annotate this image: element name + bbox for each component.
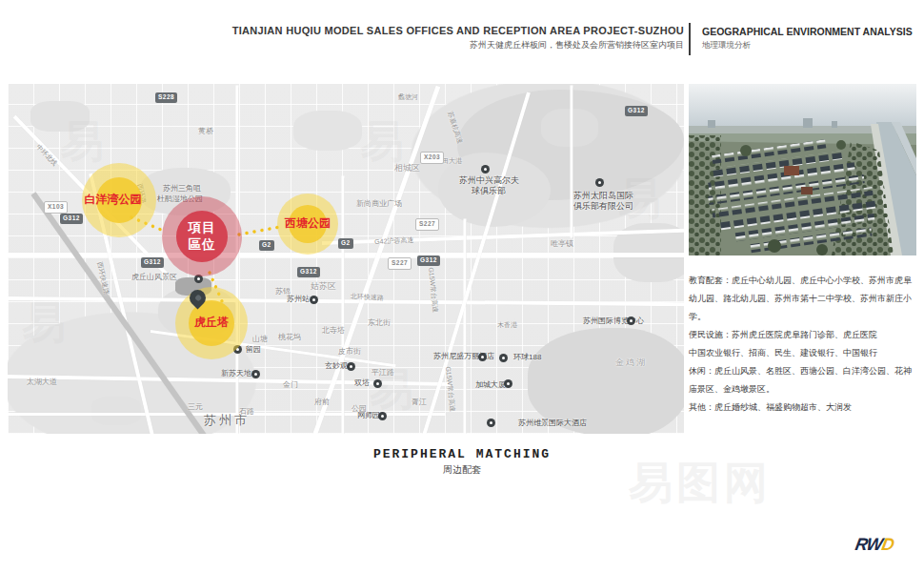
map-label: 公园 — [352, 405, 367, 413]
road-badge-x103: X103 — [44, 201, 68, 214]
highlight-label: 虎丘塔 — [175, 316, 248, 331]
road-badge-g312: G312 — [60, 214, 83, 224]
poi-pin-icon — [378, 412, 387, 420]
highlight-huqiu-tower: 虎丘塔 — [175, 287, 248, 359]
map-label: 相城区 — [394, 164, 420, 173]
map-label: 三元 — [188, 403, 203, 411]
amenities-leisure: 休闲：虎丘山风景、名胜区、西塘公园、白洋湾公园、花神庙景区、金鸡墩景区。 — [689, 362, 916, 398]
map-label: 木香港 — [497, 321, 517, 328]
poi-pin-icon — [478, 353, 487, 361]
map-label: 俱乐部有限公司 — [573, 202, 633, 211]
poi-pin-icon — [310, 296, 318, 304]
poi-pin-icon — [373, 379, 382, 388]
map-label: 玄妙观 — [325, 362, 348, 370]
highlight-xitang-park: 西塘公园 — [277, 194, 338, 255]
map-label: 新苏天地 — [221, 370, 251, 378]
map-label: 加城大厦 — [475, 381, 506, 389]
page-subtitle: 苏州天健虎丘样板间，售楼处及会所营销接待区室内项目 — [0, 39, 684, 51]
route-dotted-line — [239, 227, 280, 235]
map-label: 胥江 — [412, 398, 427, 406]
poi-pin-icon — [499, 354, 508, 362]
road-line — [464, 219, 467, 435]
header: TIANJIAN HUQIU MODEL SALES OFFICES AND R… — [0, 25, 684, 51]
road-badge-g312: G312 — [625, 106, 648, 116]
map-label: 苏州维景国际大酒店 — [518, 419, 587, 427]
amenities-banks: 中国农业银行、招商、民生、建设银行、中国银行 — [689, 344, 916, 362]
road-badge-x203: X203 — [420, 152, 444, 164]
poi-pin-icon — [627, 317, 635, 325]
map-label: 双塔 — [354, 379, 370, 387]
rwd-logo-gold-letter: D — [880, 535, 895, 554]
map-label: 苏州站 — [287, 296, 310, 303]
map-label: 桃花坞 — [278, 334, 301, 341]
rwd-logo-dark-letters: RW — [854, 535, 884, 554]
map-label: 金鸡湖 — [615, 358, 647, 367]
highlight-project-location: 項目 區位 — [162, 196, 242, 276]
map-label: 姑苏区 — [311, 282, 336, 291]
map-area-patch — [91, 397, 141, 425]
road-line — [571, 86, 573, 238]
map-label: 苏州中兴高尔夫 — [459, 176, 519, 185]
highlight-baiyangwan-park: 白洋湾公园 — [82, 163, 156, 237]
footer-subtitle: 周边配套 — [0, 463, 924, 477]
amenities-education: 教育配套：虎丘中心幼儿园、虎丘中心小学校、苏州市虎阜幼儿园、路北幼儿园、苏州市第… — [689, 272, 916, 326]
map-label: 唯亭镇 — [551, 240, 573, 248]
poi-pin-icon — [481, 165, 490, 174]
poi-pin-icon — [347, 362, 355, 371]
map-label: 留园 — [246, 346, 261, 354]
highlight-label: 項目 區位 — [162, 219, 242, 253]
amenities-other: 其他：虎丘婚纱城、福盛购物超市、大润发 — [689, 398, 916, 417]
road-badge-g312: G312 — [417, 255, 440, 266]
amenities-text: 教育配套：虎丘中心幼儿园、虎丘中心小学校、苏州市虎阜幼儿园、路北幼儿园、苏州市第… — [689, 272, 916, 417]
right-panel: 教育配套：虎丘中心幼儿园、虎丘中心小学校、苏州市虎阜幼儿园、路北幼儿园、苏州市第… — [689, 84, 916, 417]
section-header: GEOGRAPHICAL ENVIRONMENT ANALYSIS 地理環境分析 — [702, 26, 913, 51]
rwd-logo: RWD — [854, 535, 894, 555]
page-title: TIANJIAN HUQIU MODEL SALES OFFICES AND R… — [0, 25, 684, 36]
watermark-glyph: 易 — [60, 112, 104, 172]
road-badge-g312: G312 — [297, 267, 320, 277]
map-label: 太湖大道 — [27, 378, 57, 386]
map-label: 虎丘山风景区 — [131, 274, 177, 281]
map-label: 东北街 — [368, 319, 391, 327]
map-label: 田大港 — [442, 157, 462, 164]
highlight-label: 西塘公园 — [277, 216, 338, 232]
highlight-label: 白洋湾公园 — [70, 193, 156, 208]
map-label: 山塘 — [252, 336, 268, 343]
poi-pin-icon — [504, 379, 512, 388]
map-label: 北寺塔 — [322, 327, 345, 335]
road-badge-s228: S228 — [155, 92, 177, 103]
map-label: 平江路 — [372, 369, 394, 377]
road-badge-s227: S227 — [415, 218, 439, 231]
map-label: 皮市街 — [338, 348, 361, 356]
map-label: 网师园 — [357, 412, 380, 419]
map-label: 苏州太阳岛国际 — [573, 192, 633, 200]
map-label: G15W常台高速 — [428, 267, 439, 313]
map-label: 新尚商业广场 — [356, 200, 402, 208]
aerial-rendering — [689, 84, 916, 255]
map-label: 府前 — [314, 398, 330, 406]
map-label: 苏州三角咀 — [163, 185, 201, 193]
poi-pin-icon — [487, 419, 495, 427]
amenities-convenience: 便民设施：苏州虎丘医院虎阜路门诊部、虎丘医院 — [689, 326, 916, 344]
section-title: GEOGRAPHICAL ENVIRONMENT ANALYSIS — [702, 26, 913, 37]
map-label: 黄桥 — [198, 128, 213, 135]
map-label: G15W常台高速 — [445, 366, 456, 412]
footer-title: PERIPHERAL MATCHING — [0, 447, 924, 461]
map-label: 球俱乐部 — [472, 187, 506, 195]
road-line — [236, 86, 239, 435]
map-label: 金门 — [283, 381, 298, 389]
map-label: 蠡塘河 — [398, 93, 418, 100]
poi-pin-icon — [251, 370, 260, 378]
road-badge-g2: G2 — [338, 238, 353, 249]
header-divider — [689, 23, 691, 55]
poi-pin-icon — [595, 178, 604, 187]
section-subtitle: 地理環境分析 — [702, 40, 913, 51]
aerial-rendering-image — [689, 84, 916, 255]
map-area-patch — [293, 111, 362, 151]
map-label: 石路 — [239, 408, 254, 416]
map-label: 环球188 — [513, 354, 541, 361]
road-line — [342, 176, 345, 435]
watermark-glyph: 易 — [22, 294, 66, 353]
map-label: G42沪蓉高速 — [374, 236, 414, 245]
road-badge-g312: G312 — [141, 257, 164, 268]
